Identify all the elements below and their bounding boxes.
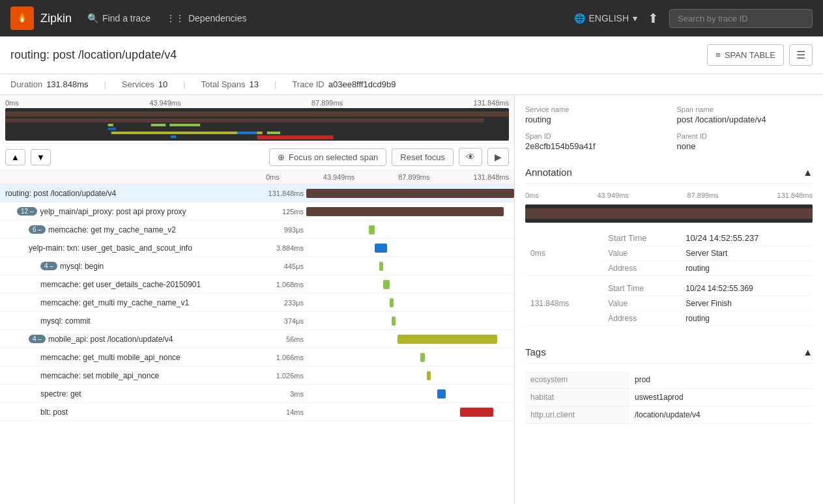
language-selector[interactable]: 🌐 ENGLISH ▾: [574, 13, 637, 23]
span-bar: [397, 335, 497, 344]
span-row[interactable]: memcache: get user_details_cache-2015090…: [0, 275, 514, 294]
page-header: routing: post /location/update/v4 ≡ SPAN…: [0, 36, 823, 74]
span-name: memcache: get my_cache_name_v2: [48, 225, 176, 234]
span-name: mobile_api: post /location/update/v4: [48, 335, 173, 344]
span-name: yelp_main/api_proxy: post api proxy prox…: [40, 207, 186, 216]
span-badge[interactable]: 6 –: [29, 225, 46, 234]
translate-icon: 🌐: [574, 13, 585, 23]
scroll-up-button[interactable]: ▲: [5, 149, 25, 165]
reset-focus-button[interactable]: Reset focus: [392, 148, 454, 166]
nav-dependencies[interactable]: ⋮⋮ Dependencies: [166, 13, 247, 23]
deps-icon: ⋮⋮: [166, 13, 184, 23]
span-duration: 374μs: [254, 317, 306, 325]
svg-rect-5: [111, 132, 257, 134]
span-row[interactable]: memcache: set mobile_api_nonce1.026ms: [0, 367, 514, 385]
span-bar: [420, 353, 424, 362]
minimap-svg: [5, 108, 509, 141]
span-row[interactable]: 12 –yelp_main/api_proxy: post api proxy …: [0, 203, 514, 221]
navbar: Zipkin 🔍 Find a trace ⋮⋮ Dependencies 🌐 …: [0, 0, 823, 36]
svg-rect-7: [204, 132, 208, 134]
nav-items: 🔍 Find a trace ⋮⋮ Dependencies: [87, 13, 558, 23]
annotation-section-header: Annotation ▲: [525, 161, 813, 184]
svg-rect-10: [257, 132, 263, 134]
page-title: routing: post /location/update/v4: [10, 48, 177, 62]
svg-rect-0: [5, 111, 509, 117]
upload-icon[interactable]: ⬆: [648, 10, 659, 26]
parent-id-field: Parent ID none: [677, 132, 813, 151]
span-name: spectre: get: [40, 389, 81, 399]
span-row[interactable]: 4 –mobile_api: post /location/update/v45…: [0, 330, 514, 348]
span-duration: 3ms: [254, 390, 306, 398]
span-bar: [369, 225, 375, 234]
meta-trace-id: Trace ID a03ee8fff1dcd9b9: [292, 79, 396, 89]
timeline-ruler: 0ms 43.949ms 87.899ms 131.848ms: [5, 98, 509, 108]
scroll-down-button[interactable]: ▼: [31, 149, 51, 165]
span-badge[interactable]: 12 –: [17, 207, 37, 216]
span-name-field: Span name post /location/update/v4: [677, 105, 813, 124]
span-row[interactable]: memcache: get_multi mobile_api_nonce1.06…: [0, 348, 514, 367]
span-row[interactable]: 4 –mysql: begin445μs: [0, 257, 514, 275]
span-name: yelp-main: txn: user_get_basic_and_scout…: [29, 244, 192, 253]
logo-icon: [10, 7, 34, 30]
span-row[interactable]: routing: post /location/update/v4131.848…: [0, 184, 514, 203]
logo[interactable]: Zipkin: [10, 7, 72, 30]
span-duration: 1.068ms: [254, 281, 306, 288]
detail-grid: Service name routing Span name post /loc…: [525, 105, 813, 151]
flame-icon: [16, 12, 29, 25]
tags-collapse-icon[interactable]: ▲: [803, 346, 813, 357]
focus-icon: ⊕: [278, 152, 285, 162]
svg-rect-4: [108, 128, 116, 130]
logo-text: Zipkin: [40, 12, 72, 25]
annotation-collapse-icon[interactable]: ▲: [803, 167, 813, 178]
tags-table: ecosystemprodhabitatuswest1aprodhttp.uri…: [525, 371, 813, 424]
annotation-row: 0msStart Time10/24 14:52:55.237: [525, 231, 813, 246]
tag-row: ecosystemprod: [525, 371, 813, 389]
span-bar: [306, 207, 504, 216]
svg-rect-12: [257, 135, 334, 139]
span-row[interactable]: memcache: get_multi my_cache_name_v1233μ…: [0, 294, 514, 312]
tags-section-header: Tags ▲: [525, 341, 813, 363]
span-badge[interactable]: 4 –: [40, 262, 57, 270]
span-name: memcache: get_multi my_cache_name_v1: [40, 298, 189, 307]
span-bar: [383, 280, 390, 289]
visibility-button[interactable]: 👁: [459, 148, 482, 166]
span-row[interactable]: yelp-main: txn: user_get_basic_and_scout…: [0, 239, 514, 257]
span-row[interactable]: 6 –memcache: get my_cache_name_v2993μs: [0, 221, 514, 239]
svg-rect-6: [108, 124, 113, 126]
trace-id-search[interactable]: [669, 9, 813, 28]
trace-panel: 0ms 43.949ms 87.899ms 131.848ms: [0, 95, 515, 504]
span-duration: 131.848ms: [254, 189, 306, 197]
nav-find-trace[interactable]: 🔍 Find a trace: [87, 13, 151, 23]
span-table-button[interactable]: ≡ SPAN TABLE: [707, 44, 784, 66]
span-name: mysql: begin: [60, 262, 104, 271]
span-bar: [460, 408, 493, 417]
span-duration: 993μs: [254, 226, 306, 234]
forward-button[interactable]: ▶: [487, 148, 509, 166]
span-name: blt: post: [40, 408, 68, 417]
tag-row: habitatuswest1aprod: [525, 389, 813, 406]
span-duration: 1.026ms: [254, 372, 306, 380]
span-row[interactable]: blt: post14ms: [0, 403, 514, 421]
timeline-minimap[interactable]: [5, 108, 509, 141]
meta-duration: Duration 131.848ms: [10, 79, 88, 89]
span-bar: [306, 189, 514, 198]
svg-rect-3: [169, 124, 200, 126]
svg-rect-1: [5, 119, 484, 122]
tag-row: http.uri.client/location/update/v4: [525, 406, 813, 424]
span-bar: [427, 371, 431, 380]
header-actions: ≡ SPAN TABLE ☰: [707, 44, 813, 66]
span-row[interactable]: mysql: commit374μs: [0, 312, 514, 330]
detail-panel: Service name routing Span name post /loc…: [515, 95, 823, 504]
annotation-row: 131.848msStart Time10/24 14:52:55.369: [525, 281, 813, 296]
menu-button[interactable]: ☰: [789, 44, 813, 66]
span-duration: 56ms: [254, 335, 306, 343]
span-bar: [379, 262, 383, 271]
span-badge[interactable]: 4 –: [29, 335, 46, 343]
span-name: routing: post /location/update/v4: [5, 189, 116, 198]
span-duration: 1.066ms: [254, 354, 306, 361]
metadata-row: Duration 131.848ms | Services 10 | Total…: [0, 74, 823, 95]
span-row[interactable]: spectre: get3ms: [0, 385, 514, 403]
span-duration: 125ms: [254, 208, 306, 216]
focus-span-button[interactable]: ⊕ Focus on selected span: [269, 148, 386, 166]
annotation-ruler: 0ms 43.949ms 87.899ms 131.848ms: [525, 191, 813, 199]
